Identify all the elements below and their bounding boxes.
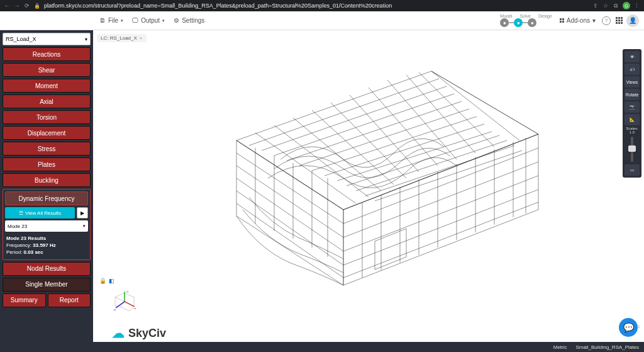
back-icon[interactable]: ← (4, 3, 10, 9)
extension-icon[interactable]: ⧉ (613, 3, 619, 9)
visibility-tool[interactable]: 👁 (625, 51, 640, 62)
nodal-results-button[interactable]: Nodal Results (3, 262, 91, 276)
star-icon[interactable]: ☆ (602, 3, 609, 9)
file-icon: 🗎 (99, 17, 106, 24)
chevron-down-icon: ▾ (121, 18, 123, 23)
results-sidebar: RS_Load_X ▾ Reactions Shear Moment Axial… (0, 30, 93, 352)
views-tool[interactable]: Views (625, 76, 640, 88)
plates-button[interactable]: Plates (3, 157, 91, 171)
stress-button[interactable]: Stress (3, 142, 91, 156)
svg-line-2 (116, 302, 125, 308)
mode-select[interactable]: Mode 23 ▾ (5, 220, 88, 232)
chevron-down-icon: ▾ (83, 224, 86, 229)
measure-tool[interactable]: 📐 (625, 114, 640, 125)
reactions-button[interactable]: Reactions (3, 47, 91, 61)
gear-icon: ⚙ (174, 17, 179, 24)
axis-gizmo[interactable]: +y +x +z (112, 289, 137, 314)
play-animation-button[interactable]: ▶ (77, 207, 88, 219)
viewport-toggles: 🔒 ◧ (99, 278, 114, 284)
chevron-down-icon: ▾ (162, 18, 165, 23)
user-avatar[interactable]: 👤 (626, 14, 639, 27)
load-case-chip: LC: RS_Load_X × (97, 34, 147, 42)
viewport[interactable]: LC: RS_Load_X × (93, 30, 644, 352)
moment-button[interactable]: Moment (3, 79, 91, 93)
labels-tool[interactable]: 🏷 (625, 64, 640, 75)
addons-menu[interactable]: Add-ons ▾ (560, 17, 596, 24)
load-case-select[interactable]: RS_Load_X ▾ (3, 33, 91, 45)
workflow-pipeline: Model Solve Design ● ● ● (500, 14, 552, 27)
svg-text:+x: +x (133, 307, 136, 310)
displacement-button[interactable]: Displacement (3, 126, 91, 140)
chevron-down-icon: ▾ (592, 17, 596, 24)
svg-text:+z: +z (113, 308, 116, 311)
dynamic-frequency-button[interactable]: Dynamic Frequency (5, 191, 88, 205)
mode-results-panel: Mode 23 Results Frequency: 33.597 Hz Per… (5, 234, 88, 258)
pipeline-solve[interactable]: ● (514, 18, 523, 27)
browser-chrome: ← → ⟳ 🔒 platform.skyciv.com/structural?p… (0, 0, 644, 11)
view-tools-strip: 👁 🏷 Views Rotate 📷 📐 Scales:1.0 ▭ (623, 49, 641, 178)
rotate-tool[interactable]: Rotate (625, 89, 640, 100)
share-icon[interactable]: ⇪ (592, 3, 599, 9)
scale-slider[interactable] (631, 137, 633, 162)
filename-indicator: Small_Building_RSA_Plates (576, 344, 640, 350)
pipeline-model[interactable]: ● (500, 18, 509, 27)
chat-support-button[interactable]: 💬 (619, 318, 638, 337)
skyciv-logo: ☁ SkyCiv (112, 326, 166, 341)
svg-text:+y: +y (126, 290, 128, 293)
scale-slider-thumb[interactable] (628, 145, 636, 152)
units-indicator[interactable]: Metric (553, 344, 567, 350)
apps-icon[interactable] (616, 17, 623, 24)
file-menu[interactable]: 🗎 File ▾ (99, 17, 123, 24)
scale-input[interactable]: ▭ (625, 164, 640, 176)
grid-icon (560, 18, 564, 23)
mesh-wireframe (167, 52, 570, 317)
report-button[interactable]: Report (48, 293, 91, 307)
axial-button[interactable]: Axial (3, 94, 91, 108)
forward-icon[interactable]: → (14, 3, 20, 9)
browser-menu-icon[interactable]: ⋮ (634, 3, 640, 9)
buckling-button[interactable]: Buckling (3, 173, 91, 187)
pipeline-design[interactable]: ● (528, 18, 536, 27)
reload-icon[interactable]: ⟳ (24, 3, 30, 9)
chevron-down-icon: ▾ (85, 37, 87, 42)
view-all-results-button[interactable]: ☰ View All Results (5, 207, 75, 219)
monitor-icon: 🖵 (132, 17, 138, 24)
single-member-button[interactable]: Single Member (3, 278, 91, 292)
svg-line-1 (125, 302, 135, 307)
help-icon[interactable]: ? (602, 16, 611, 25)
dynamic-frequency-section: Dynamic Frequency ☰ View All Results ▶ M… (3, 189, 91, 260)
browser-profile-avatar[interactable]: G (623, 2, 630, 9)
torsion-button[interactable]: Torsion (3, 110, 91, 124)
lock-icon: 🔒 (34, 3, 40, 9)
shear-button[interactable]: Shear (3, 63, 91, 77)
app-toolbar: 🗎 File ▾ 🖵 Output ▾ ⚙ Settings Model Sol… (0, 11, 644, 30)
status-bar: Metric Small_Building_RSA_Plates (93, 342, 644, 352)
close-icon[interactable]: × (140, 35, 143, 41)
chat-icon: 💬 (623, 322, 634, 332)
address-bar[interactable]: platform.skyciv.com/structural?preload_n… (44, 3, 589, 9)
screenshot-tool[interactable]: 📷 (625, 101, 640, 113)
scale-label: Scales:1.0 (626, 127, 638, 134)
lock-toggle-icon[interactable]: 🔒 (99, 278, 106, 284)
list-icon: ☰ (19, 210, 23, 216)
settings-menu[interactable]: ⚙ Settings (174, 17, 204, 24)
palette-toggle-icon[interactable]: ◧ (109, 278, 114, 284)
output-menu[interactable]: 🖵 Output ▾ (132, 17, 165, 24)
summary-button[interactable]: Summary (3, 293, 46, 307)
cloud-icon: ☁ (112, 326, 125, 341)
